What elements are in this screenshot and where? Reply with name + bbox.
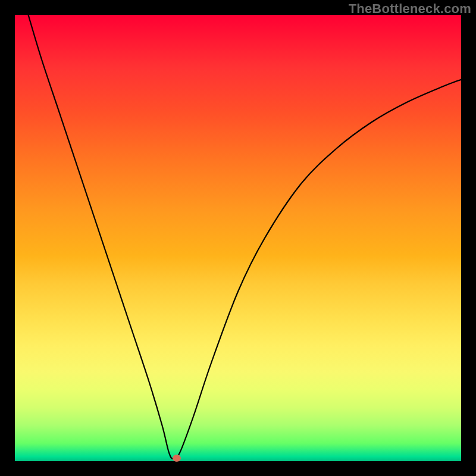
plot-area <box>15 15 461 461</box>
bottleneck-curve <box>15 15 461 461</box>
chart-frame: TheBottleneck.com <box>0 0 476 476</box>
watermark-text: TheBottleneck.com <box>349 1 471 17</box>
minimum-marker <box>173 455 181 462</box>
